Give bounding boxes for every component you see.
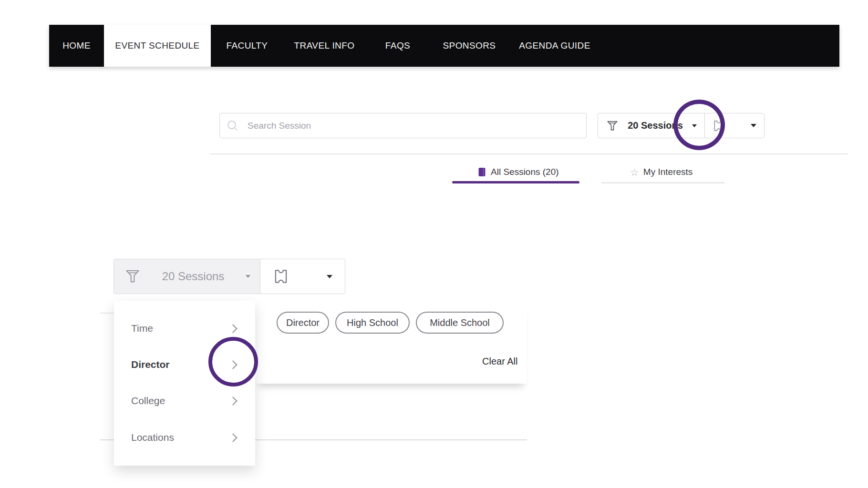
filter-funnel-icon — [606, 120, 619, 132]
sessions-count-label: 20 Sessions — [162, 270, 225, 283]
nav-item-home[interactable]: HOME — [49, 25, 104, 67]
filter-chip-director[interactable]: Director — [277, 312, 329, 334]
filter-button-group-inset: 20 Sessions — [114, 259, 345, 294]
main-navbar: HOME EVENT SCHEDULE FACULTY TRAVEL INFO … — [49, 25, 839, 67]
filter-chip-high-school[interactable]: High School — [335, 312, 410, 334]
page-canvas: HOME EVENT SCHEDULE FACULTY TRAVEL INFO … — [0, 0, 868, 488]
inactive-tab-underline — [602, 182, 724, 183]
annotation-circle-inset — [208, 337, 258, 386]
tab-all-sessions-label: All Sessions (20) — [491, 167, 559, 177]
menu-item-locations[interactable]: Locations — [114, 427, 255, 447]
filter-funnel-icon — [124, 268, 141, 285]
menu-item-time[interactable]: Time — [114, 318, 255, 338]
menu-item-college[interactable]: College — [114, 391, 255, 411]
nav-item-faculty[interactable]: FACULTY — [227, 25, 268, 67]
annotation-circle-top — [673, 100, 725, 150]
menu-item-label: Locations — [131, 432, 174, 443]
menu-item-label: College — [131, 395, 165, 407]
chevron-down-icon[interactable] — [246, 275, 250, 278]
chevron-down-icon[interactable] — [751, 124, 756, 127]
chevron-down-icon[interactable] — [327, 275, 332, 278]
search-session-box — [219, 113, 587, 138]
menu-item-label: Time — [131, 323, 153, 334]
menu-item-label: Director — [131, 359, 170, 370]
tab-my-interests-label: My Interests — [643, 167, 692, 177]
search-input[interactable] — [248, 121, 553, 131]
ticket-icon — [272, 267, 290, 285]
search-icon — [227, 120, 239, 132]
chevron-right-icon — [228, 396, 237, 405]
sessions-icon — [478, 167, 486, 177]
filter-chip-middle-school[interactable]: Middle School — [416, 312, 504, 334]
nav-item-agenda-guide[interactable]: AGENDA GUIDE — [519, 25, 590, 67]
nav-item-event-schedule[interactable]: EVENT SCHEDULE — [104, 25, 211, 67]
nav-item-faqs[interactable]: FAQS — [385, 25, 410, 67]
chevron-right-icon — [228, 324, 237, 333]
filter-flyout-panel: Director High School Middle School Clear… — [255, 301, 527, 384]
active-tab-underline — [452, 181, 579, 183]
divider — [210, 153, 848, 154]
tab-all-sessions[interactable]: All Sessions (20) — [478, 165, 559, 179]
sessions-filter-button-inset[interactable]: 20 Sessions — [114, 259, 260, 294]
chips-row: Director High School Middle School — [277, 312, 504, 334]
nav-item-travel-info[interactable]: TRAVEL INFO — [294, 25, 355, 67]
ticket-filter-button-inset[interactable] — [260, 259, 345, 294]
tab-my-interests[interactable]: ☆ My Interests — [630, 165, 692, 179]
clear-all-button[interactable]: Clear All — [482, 356, 528, 367]
nav-item-sponsors[interactable]: SPONSORS — [443, 25, 496, 67]
chevron-right-icon — [228, 433, 237, 442]
star-icon: ☆ — [630, 167, 639, 177]
